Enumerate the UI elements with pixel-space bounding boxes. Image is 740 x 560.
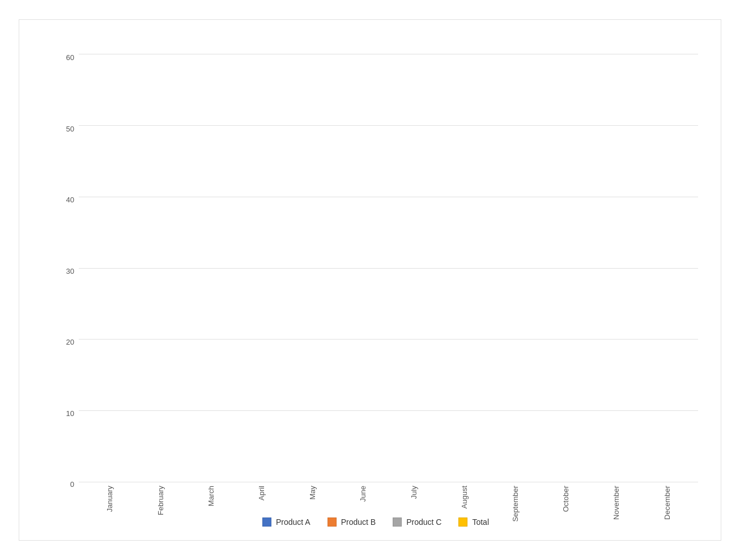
legend-item: Total: [458, 517, 489, 527]
legend-label: Product A: [276, 517, 311, 527]
x-axis: JanuaryFebruaryMarchAprilMayJuneJulyAugu…: [79, 482, 698, 511]
x-label-cell: August: [439, 482, 490, 511]
x-label: June: [359, 486, 367, 502]
y-label: 0: [53, 481, 79, 488]
bar-group: [84, 54, 135, 482]
bar-group: [186, 54, 236, 482]
x-label-cell: December: [642, 482, 692, 511]
x-label-cell: January: [84, 482, 135, 511]
y-axis: 0102030405060: [53, 54, 79, 511]
legend-label: Product B: [341, 517, 376, 527]
x-label: November: [612, 486, 620, 520]
bar-group: [642, 54, 692, 482]
legend-label: Total: [472, 517, 489, 527]
legend-color-box: [393, 517, 402, 527]
x-label-cell: March: [186, 482, 236, 511]
x-label-cell: April: [236, 482, 287, 511]
legend-color-box: [458, 517, 467, 527]
x-label-cell: May: [287, 482, 338, 511]
bar-group: [490, 54, 540, 482]
x-label-cell: February: [135, 482, 185, 511]
y-label: 50: [53, 125, 79, 133]
bar-group: [135, 54, 185, 482]
bar-group: [236, 54, 287, 482]
x-label: October: [562, 486, 570, 512]
legend-color-box: [328, 517, 337, 527]
x-label-cell: September: [490, 482, 540, 511]
bar-group: [541, 54, 591, 482]
y-label: 60: [53, 54, 79, 61]
legend-label: Product C: [406, 517, 441, 527]
y-label: 30: [53, 268, 79, 275]
x-label: August: [460, 486, 469, 508]
legend-color-box: [262, 517, 271, 527]
x-label: December: [663, 486, 671, 520]
x-label: March: [207, 486, 215, 506]
legend-item: Product B: [328, 517, 376, 527]
y-label: 10: [53, 410, 79, 417]
bars-row: [79, 54, 698, 482]
x-label: May: [308, 486, 317, 500]
x-label: February: [156, 486, 165, 515]
bar-group: [389, 54, 439, 482]
bar-group: [591, 54, 641, 482]
y-label: 20: [53, 338, 79, 346]
x-label: July: [410, 486, 418, 499]
chart-area: 0102030405060 JanuaryFebruaryMarchAprilM…: [53, 54, 698, 511]
x-label: January: [105, 486, 114, 512]
chart-container: 0102030405060 JanuaryFebruaryMarchAprilM…: [19, 19, 721, 541]
x-label-cell: June: [338, 482, 388, 511]
y-label: 40: [53, 196, 79, 203]
grid-and-bars: [79, 54, 698, 482]
legend-item: Product A: [262, 517, 311, 527]
bar-group: [287, 54, 338, 482]
bars-and-x: JanuaryFebruaryMarchAprilMayJuneJulyAugu…: [79, 54, 698, 511]
x-label-cell: October: [541, 482, 591, 511]
x-label: April: [257, 486, 266, 500]
bar-group: [338, 54, 388, 482]
x-label-cell: July: [389, 482, 439, 511]
x-label-cell: November: [591, 482, 641, 511]
chart-legend: Product AProduct BProduct CTotal: [53, 511, 698, 529]
x-label: September: [511, 486, 520, 522]
bar-group: [439, 54, 490, 482]
legend-item: Product C: [393, 517, 441, 527]
